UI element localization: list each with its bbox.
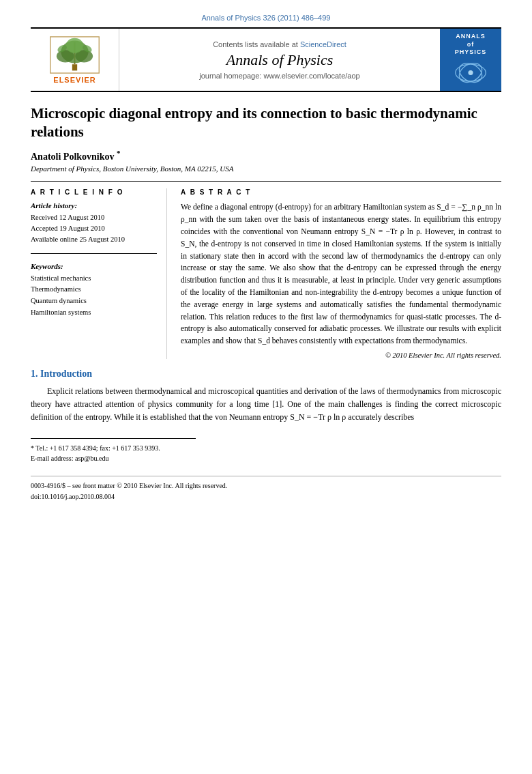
email-label: E-mail address: bbox=[31, 455, 73, 462]
svg-rect-0 bbox=[72, 64, 77, 70]
author-name: Anatoli Polkovnikov * bbox=[31, 149, 501, 162]
homepage-label: journal homepage: bbox=[199, 72, 261, 80]
article-info-section-label: A R T I C L E I N F O bbox=[31, 188, 157, 196]
journal-homepage: journal homepage: www.elsevier.com/locat… bbox=[199, 72, 359, 80]
annals-line2: of bbox=[467, 41, 475, 48]
footnote-divider bbox=[31, 438, 196, 439]
introduction-text: Explicit relations between thermodynamic… bbox=[31, 385, 501, 425]
sciencedirect-link[interactable]: ScienceDirect bbox=[300, 40, 346, 48]
available-date: Available online 25 August 2010 bbox=[31, 234, 157, 245]
accepted-date: Accepted 19 August 2010 bbox=[31, 223, 157, 234]
svg-point-12 bbox=[468, 70, 473, 75]
svg-point-5 bbox=[66, 38, 84, 53]
doi-line: doi:10.1016/j.aop.2010.08.004 bbox=[31, 491, 501, 502]
abstract-text: We define a diagonal entropy (d-entropy)… bbox=[181, 201, 501, 347]
elsevier-brand-text: ELSEVIER bbox=[53, 76, 95, 84]
introduction-heading: 1. Introduction bbox=[31, 369, 501, 379]
author-name-text: Anatoli Polkovnikov bbox=[31, 151, 115, 161]
journal-header: ELSEVIER Contents lists available at Sci… bbox=[31, 27, 501, 92]
article-info-abstract: A R T I C L E I N F O Article history: R… bbox=[31, 181, 501, 359]
citation-text: Annals of Physics 326 (2011) 486–499 bbox=[202, 14, 331, 22]
abstract-column: A B S T R A C T We define a diagonal ent… bbox=[181, 188, 501, 359]
info-divider bbox=[31, 253, 157, 254]
annals-logo-graphic-icon bbox=[450, 59, 491, 87]
abstract-section-label: A B S T R A C T bbox=[181, 188, 501, 196]
keyword-quantum: Quantum dynamics bbox=[31, 296, 157, 307]
keyword-hamiltonian: Hamiltonian systems bbox=[31, 307, 157, 319]
elsevier-tree-icon bbox=[49, 36, 100, 74]
elsevier-logo: ELSEVIER bbox=[31, 29, 119, 91]
abstract-paragraph: We define a diagonal entropy (d-entropy)… bbox=[181, 201, 501, 347]
bottom-bar: 0003-4916/$ – see front matter © 2010 El… bbox=[31, 476, 501, 502]
page-container: Annals of Physics 326 (2011) 486–499 bbox=[0, 0, 532, 774]
contents-line: Contents lists available at ScienceDirec… bbox=[213, 40, 346, 48]
author-asterisk: * bbox=[117, 149, 121, 157]
footnote: * Tel.: +1 617 358 4394; fax: +1 617 353… bbox=[31, 443, 501, 463]
annals-logo-text: ANNALS of PHYSICS bbox=[455, 33, 487, 57]
article-title: Microscopic diagonal entropy and its con… bbox=[31, 104, 501, 142]
footnote-email: E-mail address: asp@bu.edu bbox=[31, 453, 501, 463]
keyword-thermodynamics: Thermodynamics bbox=[31, 284, 157, 296]
homepage-url: www.elsevier.com/locate/aop bbox=[263, 72, 359, 80]
journal-center: Contents lists available at ScienceDirec… bbox=[119, 29, 440, 91]
keyword-statistical: Statistical mechanics bbox=[31, 273, 157, 285]
journal-title-header: Annals of Physics bbox=[226, 51, 333, 69]
affiliation: Department of Physics, Boston University… bbox=[31, 164, 501, 173]
footnote-contact: * Tel.: +1 617 358 4394; fax: +1 617 353… bbox=[31, 443, 501, 453]
email-address: asp@bu.edu bbox=[75, 455, 108, 462]
history-label: Article history: bbox=[31, 201, 157, 210]
annals-line3: PHYSICS bbox=[455, 48, 487, 55]
issn-line: 0003-4916/$ – see front matter © 2010 El… bbox=[31, 481, 501, 491]
copyright-line: © 2010 Elsevier Inc. All rights reserved… bbox=[181, 352, 501, 359]
top-citation: Annals of Physics 326 (2011) 486–499 bbox=[31, 14, 501, 22]
article-info-column: A R T I C L E I N F O Article history: R… bbox=[31, 188, 167, 359]
received-date: Received 12 August 2010 bbox=[31, 212, 157, 223]
annals-logo: ANNALS of PHYSICS bbox=[440, 29, 501, 91]
contents-text: Contents lists available at bbox=[213, 40, 298, 48]
annals-line1: ANNALS bbox=[456, 33, 486, 40]
keywords-label: Keywords: bbox=[31, 262, 157, 270]
